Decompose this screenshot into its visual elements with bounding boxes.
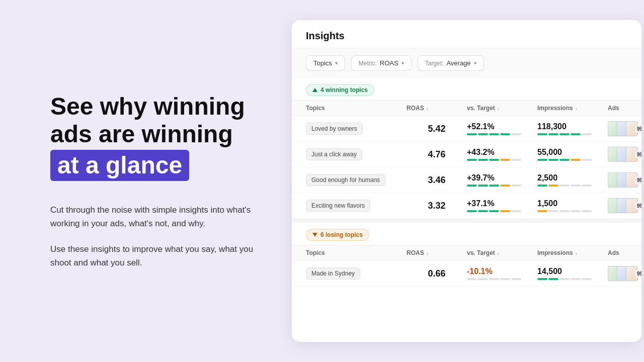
bar-segment	[537, 185, 547, 187]
topic-cell: Exciting new flavors	[306, 200, 407, 212]
topic-cell: Good enough for humans	[306, 174, 407, 186]
bar-segment	[467, 185, 477, 187]
bar-segment	[548, 159, 558, 161]
vs-bar	[467, 133, 537, 135]
roas-cell: 3.46	[407, 175, 467, 186]
bar-segment	[500, 210, 510, 212]
table-row: Loved by owners 5.42 +52.1% 118,300	[292, 116, 641, 142]
bar-segment	[582, 159, 592, 161]
bar-segment	[500, 133, 510, 135]
col-vs-target[interactable]: vs. Target ↓	[467, 105, 537, 112]
losing-badge-label: 6 losing topics	[320, 231, 363, 238]
headline-line2: ads are winning	[50, 121, 233, 147]
imp-bar	[537, 159, 608, 161]
bar-segment	[537, 278, 547, 280]
bar-segment	[489, 278, 499, 280]
triangle-down-icon	[312, 233, 317, 237]
topic-cell: Made in Sydney	[306, 267, 407, 280]
table-section: 4 winning topics Topics ROAS ↓ vs. Targe…	[292, 78, 641, 342]
bar-segment	[511, 278, 521, 280]
impressions-cell: 118,300	[537, 122, 608, 135]
bar-segment	[511, 210, 521, 212]
section-divider	[292, 219, 641, 223]
topic-tag: Made in Sydney	[306, 267, 360, 280]
dashboard-card: Insights Topics ▾ Metric: ROAS ▾ Target:…	[292, 20, 641, 342]
topic-tag: Just a click away	[306, 148, 362, 160]
headline-line1: See why winning	[50, 93, 245, 120]
vs-target-cell: +43.2%	[467, 148, 537, 161]
bar-segment	[511, 133, 521, 135]
chevron-down-icon: ▾	[335, 60, 338, 66]
imp-bar	[537, 133, 608, 135]
metric-label: Metric:	[359, 60, 377, 67]
left-panel: See why winning ads are winning at a gla…	[0, 0, 292, 362]
bar-segment	[559, 133, 570, 135]
chevron-down-icon: ▾	[401, 60, 404, 66]
target-label: Target:	[425, 60, 444, 67]
sort-arrow-icon: ↓	[426, 106, 429, 111]
right-panel: Insights Topics ▾ Metric: ROAS ▾ Target:…	[292, 0, 644, 362]
bar-segment	[548, 133, 558, 135]
impressions-cell: 1,500	[537, 199, 608, 212]
bar-segment	[571, 133, 581, 135]
bar-segment	[478, 159, 488, 161]
ads-cell: 99+	[608, 266, 641, 281]
bar-segment	[489, 159, 499, 161]
bar-segment	[537, 133, 547, 135]
vs-bar	[467, 210, 537, 212]
ad-count-badge: 99+	[635, 125, 641, 133]
bar-segment	[489, 185, 499, 187]
bar-segment	[500, 278, 510, 280]
ad-count-badge: 99+	[635, 151, 641, 158]
bar-segment	[478, 185, 488, 187]
bar-segment	[489, 210, 499, 212]
col-roas[interactable]: ROAS ↓	[407, 249, 467, 256]
table-row: Exciting new flavors 3.32 +37.1% 1,500	[292, 193, 641, 219]
bar-segment	[537, 159, 547, 161]
bar-segment	[559, 159, 570, 161]
bar-segment	[582, 210, 592, 212]
col-vs-target[interactable]: vs. Target ↓	[467, 249, 537, 256]
sort-arrow-icon: ↓	[426, 250, 429, 256]
col-roas[interactable]: ROAS ↓	[407, 105, 467, 112]
bar-segment	[511, 185, 521, 187]
bar-segment	[582, 133, 592, 135]
metric-filter[interactable]: Metric: ROAS ▾	[351, 55, 412, 71]
bar-segment	[548, 278, 558, 280]
target-filter[interactable]: Target: Average ▾	[418, 55, 484, 71]
bar-segment	[478, 278, 488, 280]
topics-filter[interactable]: Topics ▾	[306, 55, 345, 71]
bar-segment	[571, 210, 581, 212]
bar-segment	[559, 278, 570, 280]
bar-segment	[537, 210, 547, 212]
bar-segment	[467, 210, 477, 212]
table-row: Good enough for humans 3.46 +39.7% 2,500	[292, 167, 641, 193]
bar-segment	[571, 185, 581, 187]
vs-bar	[467, 185, 537, 187]
filters-row: Topics ▾ Metric: ROAS ▾ Target: Average …	[292, 48, 641, 78]
body-text-1: Cut through the noise with simple insigh…	[50, 203, 262, 230]
roas-cell: 3.32	[407, 201, 467, 211]
bar-segment	[571, 159, 581, 161]
bar-segment	[500, 185, 510, 187]
triangle-up-icon	[312, 88, 317, 92]
col-ads: Ads	[608, 249, 641, 256]
bar-segment	[489, 133, 499, 135]
topic-tag: Loved by owners	[306, 123, 363, 135]
ad-count-badge: 99+	[635, 270, 641, 278]
bar-segment	[571, 278, 581, 280]
col-impressions[interactable]: Impressions ↓	[537, 249, 608, 256]
sort-arrow-icon: ↓	[497, 250, 500, 256]
body-text-2: Use these insights to improve what you s…	[50, 242, 262, 269]
ad-count-badge: 99+	[635, 176, 641, 184]
ads-cell: 99+	[608, 172, 641, 188]
impressions-cell: 55,000	[537, 148, 608, 161]
impressions-cell: 14,500	[537, 267, 608, 280]
card-header: Insights	[292, 20, 641, 48]
bar-segment	[548, 185, 558, 187]
chevron-down-icon: ▾	[474, 60, 476, 66]
losing-section-header: 6 losing topics	[292, 223, 641, 245]
vs-target-cell: -10.1%	[467, 267, 537, 280]
roas-cell: 0.66	[407, 268, 467, 279]
col-impressions[interactable]: Impressions ↓	[537, 105, 608, 112]
